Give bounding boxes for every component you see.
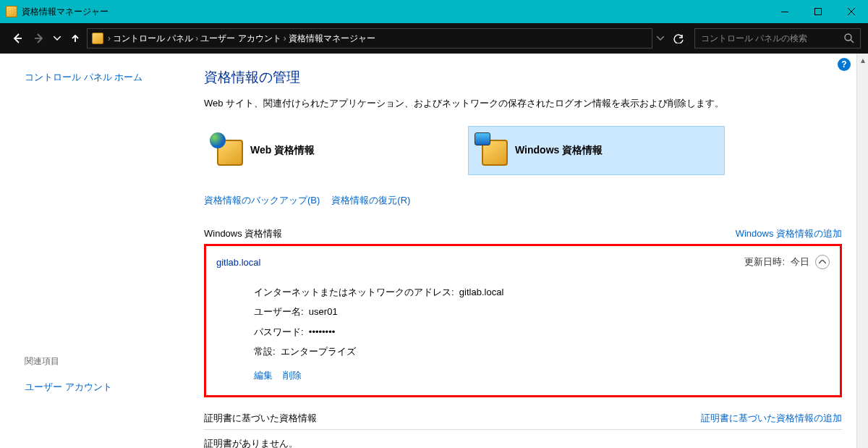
password-value: •••••••• [309,326,335,337]
nav-forward-icon [29,28,49,48]
username-label: ユーザー名: [254,306,304,317]
sidebar-related-label: 関連項目 [25,355,188,368]
password-label: パスワード: [254,326,304,337]
page-description: Web サイト、関連付けられたアプリケーション、およびネットワークの保存されたロ… [204,97,842,110]
breadcrumb-dropdown-icon[interactable] [654,28,667,48]
help-icon[interactable]: ? [838,58,851,71]
web-credentials-icon [213,135,243,166]
add-cert-credential-link[interactable]: 証明書に基づいた資格情報の追加 [701,412,842,425]
window-minimize[interactable] [768,0,801,23]
edit-link[interactable]: 編集 [254,370,273,381]
svg-rect-0 [781,12,788,12]
svg-rect-1 [815,9,822,15]
updated-label: 更新日時: [744,255,785,269]
persist-value: エンタープライズ [281,346,356,357]
tile-web-credentials[interactable]: Web 資格情報 [204,126,461,175]
windows-credentials-icon [477,135,508,166]
breadcrumb-item[interactable]: ユーザー アカウント [200,33,281,45]
section-windows-header: Windows 資格情報 [204,227,282,240]
tile-windows-credentials[interactable]: Windows 資格情報 [468,126,725,175]
backup-link[interactable]: 資格情報のバックアップ(B) [204,194,320,207]
address-value: gitlab.local [459,287,503,297]
divider [204,429,842,430]
nav-back-icon[interactable] [7,28,27,48]
credential-entry-name[interactable]: gitlab.local [216,257,260,268]
window-maximize[interactable] [801,0,835,23]
svg-line-5 [851,40,854,43]
breadcrumb-item[interactable]: コントロール パネル [113,33,193,45]
breadcrumb-icon [92,33,103,44]
nav-recent-icon[interactable] [51,28,64,48]
app-icon [6,6,17,17]
search-input[interactable]: コントロール パネルの検索 [694,28,861,48]
credential-entry-highlight: gitlab.local 更新日時: 今日 インターネットまたはネットワークのア… [204,244,842,397]
section-cert-header: 証明書に基づいた資格情報 [204,412,317,425]
tile-win-label: Windows 資格情報 [515,144,603,157]
search-icon [844,33,854,43]
breadcrumb-item[interactable]: 資格情報マネージャー [289,33,375,45]
tile-web-label: Web 資格情報 [250,144,315,157]
page-title: 資格情報の管理 [204,68,842,87]
collapse-icon[interactable] [815,255,830,269]
address-label: インターネットまたはネットワークのアドレス: [254,287,454,297]
delete-link[interactable]: 削除 [283,370,302,381]
window-title: 資格情報マネージャー [22,6,109,18]
sidebar-related-link[interactable]: ユーザー アカウント [25,381,188,394]
username-value: user01 [309,306,338,317]
persist-label: 常設: [254,346,276,357]
breadcrumb[interactable]: › コントロール パネル › ユーザー アカウント › 資格情報マネージャー [87,28,652,48]
window-close[interactable] [835,0,868,23]
add-windows-credential-link[interactable]: Windows 資格情報の追加 [736,227,842,240]
scrollbar[interactable]: ▴ [856,54,868,448]
svg-point-4 [845,34,851,41]
restore-link[interactable]: 資格情報の復元(R) [331,194,410,207]
cert-empty-text: 証明書がありません。 [204,437,842,448]
nav-refresh-icon[interactable] [668,28,689,48]
sidebar-home-link[interactable]: コントロール パネル ホーム [25,71,188,84]
updated-value: 今日 [791,255,809,269]
search-placeholder: コントロール パネルの検索 [701,33,807,45]
nav-up-icon[interactable] [65,28,85,48]
